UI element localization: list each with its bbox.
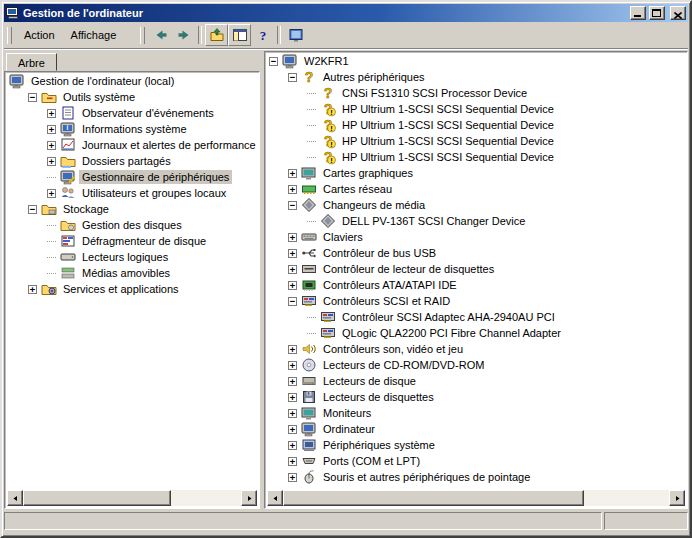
tree-item-label[interactable]: Contrôleurs SCSI et RAID bbox=[320, 294, 453, 308]
tree-item[interactable]: −Stockage bbox=[7, 201, 257, 217]
tree-item[interactable]: ?CNSi FS1310 SCSI Processor Device bbox=[267, 85, 685, 101]
tree-item[interactable]: +Lecteurs de disquettes bbox=[267, 389, 685, 405]
tree-item[interactable]: +Utilisateurs et groupes locaux bbox=[7, 185, 257, 201]
tree-item[interactable]: Médias amovibles bbox=[7, 265, 257, 281]
show-hide-console-tree-button[interactable] bbox=[228, 24, 251, 46]
tree-item-label[interactable]: HP Ultrium 1-SCSI SCSI Sequential Device bbox=[339, 102, 557, 116]
tree-item-label[interactable]: CNSi FS1310 SCSI Processor Device bbox=[339, 86, 530, 100]
tree-item[interactable]: +Lecteurs de disque bbox=[267, 373, 685, 389]
tree-item-label[interactable]: Utilisateurs et groupes locaux bbox=[79, 186, 229, 200]
collapse-minus-icon[interactable]: − bbox=[288, 297, 297, 306]
collapse-minus-icon[interactable]: − bbox=[288, 73, 297, 82]
tree-item-label[interactable]: Gestion des disques bbox=[79, 218, 185, 232]
tree-item-label[interactable]: Journaux et alertes de performance bbox=[79, 138, 257, 152]
tree-item-label[interactable]: Ordinateur bbox=[320, 422, 378, 436]
tree-item-label[interactable]: HP Ultrium 1-SCSI SCSI Sequential Device bbox=[339, 150, 557, 164]
tree-item[interactable]: +Contrôleurs ATA/ATAPI IDE bbox=[267, 277, 685, 293]
expand-plus-icon[interactable]: + bbox=[288, 473, 297, 482]
tree-item[interactable]: +Services et applications bbox=[7, 281, 257, 297]
tree-item-label[interactable]: Contrôleurs ATA/ATAPI IDE bbox=[320, 278, 460, 292]
menu-action[interactable]: Action bbox=[16, 26, 63, 44]
tree-item[interactable]: Gestionnaire de périphériques bbox=[7, 169, 257, 185]
expand-plus-icon[interactable]: + bbox=[288, 265, 297, 274]
tree-item[interactable]: Contrôleur SCSI Adaptec AHA-2940AU PCI bbox=[267, 309, 685, 325]
left-pane-horizontal-scrollbar[interactable] bbox=[7, 490, 257, 506]
scroll-left-button[interactable] bbox=[7, 490, 23, 506]
tree-item[interactable]: ?!HP Ultrium 1-SCSI SCSI Sequential Devi… bbox=[267, 101, 685, 117]
tree-item-label[interactable]: Lecteurs de disquettes bbox=[320, 390, 437, 404]
scrollbar-thumb[interactable] bbox=[283, 490, 584, 506]
menu-affichage[interactable]: Affichage bbox=[63, 26, 125, 44]
expand-plus-icon[interactable]: + bbox=[288, 185, 297, 194]
expand-plus-icon[interactable]: + bbox=[288, 393, 297, 402]
tree-item-label[interactable]: HP Ultrium 1-SCSI SCSI Sequential Device bbox=[339, 134, 557, 148]
expand-plus-icon[interactable]: + bbox=[288, 169, 297, 178]
tree-item[interactable]: +Périphériques système bbox=[267, 437, 685, 453]
tree-item[interactable]: +Cartes réseau bbox=[267, 181, 685, 197]
device-view-button[interactable] bbox=[284, 24, 307, 46]
expand-plus-icon[interactable]: + bbox=[47, 157, 56, 166]
tree-item[interactable]: +Souris et autres périphériques de point… bbox=[267, 469, 685, 485]
expand-plus-icon[interactable]: + bbox=[47, 141, 56, 150]
expand-plus-icon[interactable]: + bbox=[288, 441, 297, 450]
tree-item[interactable]: −W2KFR1 bbox=[267, 53, 685, 69]
tree-item[interactable]: Lecteurs logiques bbox=[7, 249, 257, 265]
scrollbar-track[interactable] bbox=[23, 490, 241, 506]
tree-item[interactable]: +Claviers bbox=[267, 229, 685, 245]
tree-item-label[interactable]: Périphériques système bbox=[320, 438, 438, 452]
tree-item[interactable]: +iInformations système bbox=[7, 121, 257, 137]
tree-item[interactable]: +Dossiers partagés bbox=[7, 153, 257, 169]
tree-item-label[interactable]: Claviers bbox=[320, 230, 366, 244]
expand-plus-icon[interactable]: + bbox=[288, 377, 297, 386]
expand-plus-icon[interactable]: + bbox=[288, 345, 297, 354]
tree-item[interactable]: ?!HP Ultrium 1-SCSI SCSI Sequential Devi… bbox=[267, 149, 685, 165]
expand-plus-icon[interactable]: + bbox=[288, 281, 297, 290]
tree-item-label[interactable]: Services et applications bbox=[60, 282, 182, 296]
forward-button[interactable] bbox=[172, 24, 195, 46]
tree-item-label[interactable]: Cartes réseau bbox=[320, 182, 395, 196]
expand-plus-icon[interactable]: + bbox=[28, 285, 37, 294]
scrollbar-track[interactable] bbox=[283, 490, 669, 506]
tree-item[interactable]: +Contrôleur de lecteur de disquettes bbox=[267, 261, 685, 277]
minimize-button[interactable] bbox=[630, 6, 646, 20]
tree-item-label[interactable]: Lecteurs logiques bbox=[79, 250, 171, 264]
tree-item[interactable]: −Changeurs de média bbox=[267, 197, 685, 213]
expand-plus-icon[interactable]: + bbox=[288, 457, 297, 466]
tree-item[interactable]: +Ports (COM et LPT) bbox=[267, 453, 685, 469]
back-button[interactable] bbox=[149, 24, 172, 46]
expand-plus-icon[interactable]: + bbox=[288, 425, 297, 434]
tree-item-label[interactable]: W2KFR1 bbox=[301, 54, 352, 68]
scroll-right-button[interactable] bbox=[241, 490, 257, 506]
tree-item-label[interactable]: Changeurs de média bbox=[320, 198, 428, 212]
collapse-minus-icon[interactable]: − bbox=[269, 57, 278, 66]
tree-item-label[interactable]: Souris et autres périphériques de pointa… bbox=[320, 470, 533, 484]
expand-plus-icon[interactable]: + bbox=[47, 125, 56, 134]
tree-item-label[interactable]: Cartes graphiques bbox=[320, 166, 416, 180]
tree-item[interactable]: −?Autres périphériques bbox=[267, 69, 685, 85]
expand-plus-icon[interactable]: + bbox=[288, 409, 297, 418]
tree-item-label[interactable]: Outils système bbox=[60, 90, 138, 104]
up-one-level-button[interactable] bbox=[205, 24, 228, 46]
tree-item-label[interactable]: Ports (COM et LPT) bbox=[320, 454, 423, 468]
tree-item[interactable]: +Moniteurs bbox=[267, 405, 685, 421]
tab-arbre[interactable]: Arbre bbox=[6, 53, 57, 71]
scrollbar-thumb[interactable] bbox=[23, 490, 171, 506]
tree-item-label[interactable]: Contrôleur SCSI Adaptec AHA-2940AU PCI bbox=[339, 310, 558, 324]
tree-item-label[interactable]: Stockage bbox=[60, 202, 112, 216]
expand-plus-icon[interactable]: + bbox=[288, 249, 297, 258]
tree-item-label[interactable]: Dossiers partagés bbox=[79, 154, 174, 168]
tree-item-label[interactable]: Contrôleur de lecteur de disquettes bbox=[320, 262, 497, 276]
tree-item[interactable]: ?!HP Ultrium 1-SCSI SCSI Sequential Devi… bbox=[267, 117, 685, 133]
tree-item-label[interactable]: QLogic QLA2200 PCI Fibre Channel Adapter bbox=[339, 326, 564, 340]
expand-plus-icon[interactable]: + bbox=[288, 233, 297, 242]
tree-item[interactable]: +Cartes graphiques bbox=[267, 165, 685, 181]
tree-item[interactable]: −Contrôleurs SCSI et RAID bbox=[267, 293, 685, 309]
tree-item-label[interactable]: Contrôleurs son, vidéo et jeu bbox=[320, 342, 466, 356]
tree-item-label[interactable]: HP Ultrium 1-SCSI SCSI Sequential Device bbox=[339, 118, 557, 132]
tree-item-label[interactable]: DELL PV-136T SCSI Changer Device bbox=[339, 214, 528, 228]
tree-item[interactable]: +Ordinateur bbox=[267, 421, 685, 437]
tree-item[interactable]: Gestion des disques bbox=[7, 217, 257, 233]
tree-item[interactable]: +Contrôleurs son, vidéo et jeu bbox=[267, 341, 685, 357]
tree-item-label[interactable]: Observateur d'événements bbox=[79, 106, 217, 120]
expand-plus-icon[interactable]: + bbox=[47, 109, 56, 118]
